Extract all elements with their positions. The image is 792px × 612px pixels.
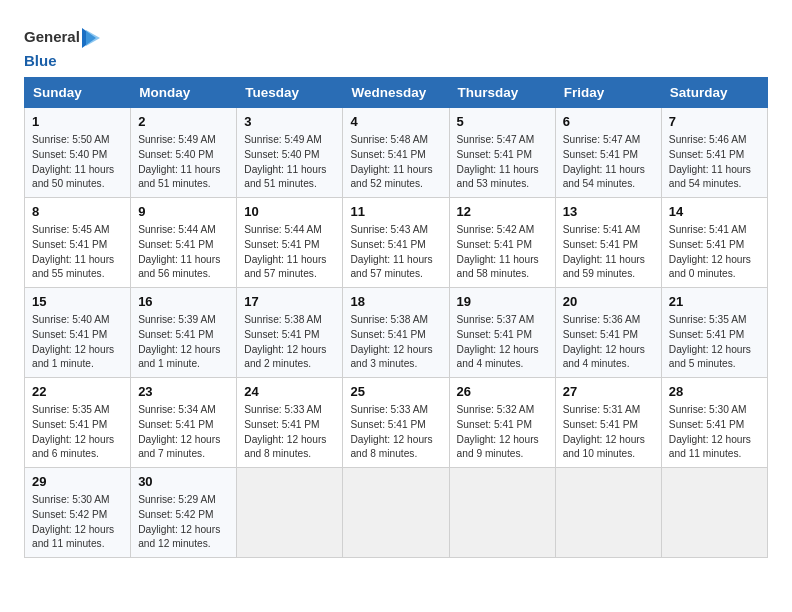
sunrise-info: Sunrise: 5:44 AM [244, 223, 335, 238]
calendar-day-25: 25Sunrise: 5:33 AMSunset: 5:41 PMDayligh… [343, 378, 449, 468]
daylight-info: Daylight: 11 hours and 56 minutes. [138, 253, 229, 283]
daylight-info: Daylight: 12 hours and 11 minutes. [32, 523, 123, 553]
sunset-info: Sunset: 5:41 PM [669, 238, 760, 253]
sunrise-info: Sunrise: 5:49 AM [138, 133, 229, 148]
day-number: 8 [32, 203, 123, 222]
calendar-day-24: 24Sunrise: 5:33 AMSunset: 5:41 PMDayligh… [237, 378, 343, 468]
sunrise-info: Sunrise: 5:38 AM [350, 313, 441, 328]
day-number: 17 [244, 293, 335, 312]
weekday-header-tuesday: Tuesday [237, 78, 343, 108]
calendar-day-14: 14Sunrise: 5:41 AMSunset: 5:41 PMDayligh… [661, 198, 767, 288]
sunset-info: Sunset: 5:41 PM [32, 328, 123, 343]
daylight-info: Daylight: 12 hours and 9 minutes. [457, 433, 548, 463]
day-number: 13 [563, 203, 654, 222]
calendar-table: SundayMondayTuesdayWednesdayThursdayFrid… [24, 77, 768, 558]
sunrise-info: Sunrise: 5:38 AM [244, 313, 335, 328]
calendar-body: 1Sunrise: 5:50 AMSunset: 5:40 PMDaylight… [25, 108, 768, 558]
day-number: 3 [244, 113, 335, 132]
logo-text: General Blue [24, 24, 100, 69]
sunset-info: Sunset: 5:41 PM [563, 148, 654, 163]
day-number: 21 [669, 293, 760, 312]
calendar-day-27: 27Sunrise: 5:31 AMSunset: 5:41 PMDayligh… [555, 378, 661, 468]
weekday-header-wednesday: Wednesday [343, 78, 449, 108]
daylight-info: Daylight: 12 hours and 2 minutes. [244, 343, 335, 373]
sunrise-info: Sunrise: 5:42 AM [457, 223, 548, 238]
sunset-info: Sunset: 5:41 PM [244, 328, 335, 343]
sunrise-info: Sunrise: 5:47 AM [563, 133, 654, 148]
day-number: 11 [350, 203, 441, 222]
day-number: 26 [457, 383, 548, 402]
sunset-info: Sunset: 5:41 PM [32, 238, 123, 253]
sunset-info: Sunset: 5:41 PM [457, 418, 548, 433]
sunrise-info: Sunrise: 5:41 AM [669, 223, 760, 238]
sunrise-info: Sunrise: 5:41 AM [563, 223, 654, 238]
daylight-info: Daylight: 12 hours and 0 minutes. [669, 253, 760, 283]
sunrise-info: Sunrise: 5:47 AM [457, 133, 548, 148]
day-number: 6 [563, 113, 654, 132]
sunrise-info: Sunrise: 5:44 AM [138, 223, 229, 238]
sunset-info: Sunset: 5:41 PM [350, 238, 441, 253]
day-number: 18 [350, 293, 441, 312]
calendar-week-row: 22Sunrise: 5:35 AMSunset: 5:41 PMDayligh… [25, 378, 768, 468]
calendar-day-3: 3Sunrise: 5:49 AMSunset: 5:40 PMDaylight… [237, 108, 343, 198]
daylight-info: Daylight: 11 hours and 50 minutes. [32, 163, 123, 193]
daylight-info: Daylight: 12 hours and 5 minutes. [669, 343, 760, 373]
sunset-info: Sunset: 5:41 PM [138, 418, 229, 433]
calendar-day-empty [237, 468, 343, 558]
calendar-day-13: 13Sunrise: 5:41 AMSunset: 5:41 PMDayligh… [555, 198, 661, 288]
daylight-info: Daylight: 12 hours and 4 minutes. [457, 343, 548, 373]
weekday-header-monday: Monday [131, 78, 237, 108]
day-number: 2 [138, 113, 229, 132]
svg-marker-1 [86, 30, 100, 46]
sunrise-info: Sunrise: 5:39 AM [138, 313, 229, 328]
day-number: 12 [457, 203, 548, 222]
sunset-info: Sunset: 5:41 PM [32, 418, 123, 433]
day-number: 19 [457, 293, 548, 312]
daylight-info: Daylight: 12 hours and 1 minute. [32, 343, 123, 373]
sunrise-info: Sunrise: 5:45 AM [32, 223, 123, 238]
calendar-week-row: 15Sunrise: 5:40 AMSunset: 5:41 PMDayligh… [25, 288, 768, 378]
calendar-day-29: 29Sunrise: 5:30 AMSunset: 5:42 PMDayligh… [25, 468, 131, 558]
page-header: General Blue [24, 20, 768, 69]
daylight-info: Daylight: 11 hours and 53 minutes. [457, 163, 548, 193]
calendar-day-9: 9Sunrise: 5:44 AMSunset: 5:41 PMDaylight… [131, 198, 237, 288]
logo-triangle-icon [82, 24, 100, 52]
sunrise-info: Sunrise: 5:29 AM [138, 493, 229, 508]
sunset-info: Sunset: 5:41 PM [457, 328, 548, 343]
weekday-header-sunday: Sunday [25, 78, 131, 108]
calendar-day-empty [449, 468, 555, 558]
daylight-info: Daylight: 12 hours and 7 minutes. [138, 433, 229, 463]
sunset-info: Sunset: 5:40 PM [244, 148, 335, 163]
weekday-header-thursday: Thursday [449, 78, 555, 108]
calendar-week-row: 8Sunrise: 5:45 AMSunset: 5:41 PMDaylight… [25, 198, 768, 288]
daylight-info: Daylight: 11 hours and 58 minutes. [457, 253, 548, 283]
calendar-week-row: 1Sunrise: 5:50 AMSunset: 5:40 PMDaylight… [25, 108, 768, 198]
day-number: 1 [32, 113, 123, 132]
sunrise-info: Sunrise: 5:49 AM [244, 133, 335, 148]
calendar-day-empty [343, 468, 449, 558]
sunset-info: Sunset: 5:40 PM [138, 148, 229, 163]
calendar-day-7: 7Sunrise: 5:46 AMSunset: 5:41 PMDaylight… [661, 108, 767, 198]
day-number: 29 [32, 473, 123, 492]
calendar-week-row: 29Sunrise: 5:30 AMSunset: 5:42 PMDayligh… [25, 468, 768, 558]
sunset-info: Sunset: 5:41 PM [350, 328, 441, 343]
day-number: 22 [32, 383, 123, 402]
day-number: 5 [457, 113, 548, 132]
sunrise-info: Sunrise: 5:30 AM [32, 493, 123, 508]
daylight-info: Daylight: 12 hours and 3 minutes. [350, 343, 441, 373]
sunset-info: Sunset: 5:41 PM [138, 238, 229, 253]
daylight-info: Daylight: 12 hours and 6 minutes. [32, 433, 123, 463]
sunset-info: Sunset: 5:41 PM [669, 418, 760, 433]
calendar-day-21: 21Sunrise: 5:35 AMSunset: 5:41 PMDayligh… [661, 288, 767, 378]
calendar-day-4: 4Sunrise: 5:48 AMSunset: 5:41 PMDaylight… [343, 108, 449, 198]
sunset-info: Sunset: 5:41 PM [669, 328, 760, 343]
calendar-header-row: SundayMondayTuesdayWednesdayThursdayFrid… [25, 78, 768, 108]
daylight-info: Daylight: 11 hours and 55 minutes. [32, 253, 123, 283]
sunset-info: Sunset: 5:41 PM [669, 148, 760, 163]
sunset-info: Sunset: 5:41 PM [350, 418, 441, 433]
daylight-info: Daylight: 11 hours and 52 minutes. [350, 163, 441, 193]
daylight-info: Daylight: 11 hours and 57 minutes. [244, 253, 335, 283]
sunrise-info: Sunrise: 5:30 AM [669, 403, 760, 418]
sunset-info: Sunset: 5:41 PM [138, 328, 229, 343]
calendar-day-15: 15Sunrise: 5:40 AMSunset: 5:41 PMDayligh… [25, 288, 131, 378]
